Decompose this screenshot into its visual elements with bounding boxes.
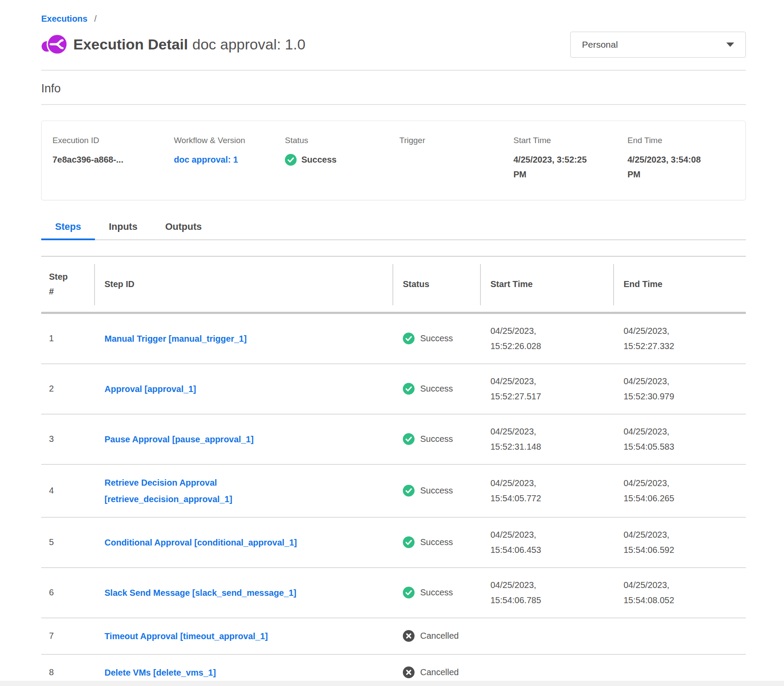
table-row: 5 Conditional Approval [conditional_appr… <box>41 517 746 568</box>
step-id-link[interactable]: Slack Send Message [slack_send_message_1… <box>105 585 296 601</box>
step-id-cell: Manual Trigger [manual_trigger_1] <box>94 313 392 364</box>
info-field-start-time: Start Time 4/25/2023, 3:52:25 PM <box>513 136 627 182</box>
status-badge: Success <box>301 152 336 167</box>
column-header-end-time: End Time <box>613 256 746 313</box>
status-cell: Success <box>392 568 480 618</box>
column-header-start-time: Start Time <box>480 256 613 313</box>
info-field-execution-id: Execution ID 7e8ac396-a868-... <box>52 136 174 182</box>
status-badge: Success <box>420 381 453 396</box>
title-row: Execution Detaildoc approval: 1.0 Person… <box>41 31 746 59</box>
success-icon <box>403 333 415 344</box>
page-title: Execution Detail <box>73 36 188 52</box>
success-icon <box>285 154 297 166</box>
page-subtitle: doc approval: 1.0 <box>193 36 306 52</box>
step-id-link[interactable]: Timeout Approval [timeout_approval_1] <box>105 628 268 644</box>
step-id-link[interactable]: Approval [approval_1] <box>105 381 196 397</box>
step-number-cell: 1 <box>41 313 94 364</box>
tab-inputs[interactable]: Inputs <box>95 221 151 239</box>
info-divider <box>41 104 746 105</box>
steps-table-body: 1 Manual Trigger [manual_trigger_1] Succ… <box>41 313 746 686</box>
start-time-cell: 04/25/2023, 15:52:31.148 <box>480 414 613 464</box>
step-id-link[interactable]: Conditional Approval [conditional_approv… <box>105 534 297 551</box>
workflow-version-link[interactable]: doc approval: 1 <box>174 155 238 164</box>
end-time-cell: 04/25/2023, 15:54:05.583 <box>613 414 746 464</box>
success-icon <box>403 536 415 548</box>
step-id-cell: Retrieve Decision Approval [retrieve_dec… <box>94 464 392 517</box>
step-id-cell: Slack Send Message [slack_send_message_1… <box>94 568 392 618</box>
cancelled-icon <box>403 666 415 678</box>
status-badge: Success <box>420 535 453 550</box>
field-label: Status <box>285 136 399 145</box>
step-id-cell: Conditional Approval [conditional_approv… <box>94 517 392 568</box>
status-cell: Success <box>392 464 480 517</box>
step-number-cell: 4 <box>41 464 94 517</box>
end-time-cell: 04/25/2023, 15:54:08.052 <box>613 568 746 618</box>
breadcrumb-separator: / <box>94 14 97 23</box>
end-time-cell: 04/25/2023, 15:52:27.332 <box>613 313 746 364</box>
step-id-cell: Pause Approval [pause_approval_1] <box>94 414 392 464</box>
column-header-step-number: Step # <box>41 256 94 313</box>
table-row: 3 Pause Approval [pause_approval_1] Succ… <box>41 414 746 464</box>
breadcrumb: Executions / <box>41 0 746 24</box>
info-section-heading: Info <box>41 82 746 95</box>
page-bottom-strip <box>0 681 784 686</box>
step-id-link[interactable]: Delete VMs [delete_vms_1] <box>105 664 216 681</box>
field-label: Execution ID <box>52 136 174 145</box>
steps-table: Step # Step ID Status Start Time End Tim… <box>41 256 746 686</box>
table-row: 7 Timeout Approval [timeout_approval_1] … <box>41 618 746 654</box>
column-header-step-id: Step ID <box>94 256 392 313</box>
table-row: 1 Manual Trigger [manual_trigger_1] Succ… <box>41 313 746 364</box>
start-time-cell <box>480 618 613 654</box>
start-time-cell: 04/25/2023, 15:54:05.772 <box>480 464 613 517</box>
status-badge: Success <box>420 331 453 346</box>
status-badge: Cancelled <box>420 665 459 680</box>
table-row: 6 Slack Send Message [slack_send_message… <box>41 568 746 618</box>
step-number-cell: 2 <box>41 364 94 414</box>
status-cell: Success <box>392 414 480 464</box>
end-time-cell: 04/25/2023, 15:52:30.979 <box>613 364 746 414</box>
step-id-link[interactable]: Manual Trigger [manual_trigger_1] <box>105 330 247 347</box>
status-cell: Cancelled <box>392 618 480 654</box>
tab-bar: Steps Inputs Outputs <box>41 221 746 240</box>
status-badge: Cancelled <box>420 628 459 644</box>
status-badge: Success <box>420 585 453 600</box>
success-icon <box>403 383 415 395</box>
step-number-cell: 7 <box>41 618 94 654</box>
executions-breadcrumb-link[interactable]: Executions <box>41 14 88 23</box>
header-divider <box>41 70 746 71</box>
step-id-link[interactable]: Retrieve Decision Approval [retrieve_dec… <box>105 474 339 507</box>
execution-id-value: 7e8ac396-a868-... <box>52 152 174 167</box>
step-id-cell: Timeout Approval [timeout_approval_1] <box>94 618 392 654</box>
status-cell: Success <box>392 364 480 414</box>
step-number-cell: 5 <box>41 517 94 568</box>
field-label: End Time <box>627 136 745 145</box>
field-label: Start Time <box>513 136 627 145</box>
start-time-cell: 04/25/2023, 15:54:06.785 <box>480 568 613 618</box>
info-field-status: Status Success <box>285 136 399 182</box>
info-field-workflow-version: Workflow & Version doc approval: 1 <box>174 136 285 182</box>
table-header-row: Step # Step ID Status Start Time End Tim… <box>41 256 746 313</box>
end-time-cell: 04/25/2023, 15:54:06.592 <box>613 517 746 568</box>
status-badge: Success <box>420 431 453 447</box>
info-field-end-time: End Time 4/25/2023, 3:54:08 PM <box>627 136 745 182</box>
status-badge: Success <box>420 483 453 498</box>
end-time-cell: 04/25/2023, 15:54:06.265 <box>613 464 746 517</box>
step-number-cell: 3 <box>41 414 94 464</box>
status-cell: Success <box>392 517 480 568</box>
step-id-cell: Approval [approval_1] <box>94 364 392 414</box>
end-time-value: 4/25/2023, 3:54:08 PM <box>627 152 710 182</box>
start-time-cell: 04/25/2023, 15:54:06.453 <box>480 517 613 568</box>
scope-dropdown-value: Personal <box>582 39 618 50</box>
tab-steps[interactable]: Steps <box>41 221 95 239</box>
success-icon <box>403 433 415 445</box>
success-icon <box>403 587 415 598</box>
start-time-value: 4/25/2023, 3:52:25 PM <box>513 152 596 182</box>
cancelled-icon <box>403 630 415 642</box>
scope-dropdown[interactable]: Personal <box>570 32 746 58</box>
success-icon <box>403 485 415 497</box>
step-id-link[interactable]: Pause Approval [pause_approval_1] <box>105 431 254 448</box>
execution-detail-page: Executions / Execution Detaildoc approva… <box>0 0 784 686</box>
info-field-trigger: Trigger <box>399 136 513 182</box>
field-label: Trigger <box>399 136 513 145</box>
tab-outputs[interactable]: Outputs <box>151 221 216 239</box>
